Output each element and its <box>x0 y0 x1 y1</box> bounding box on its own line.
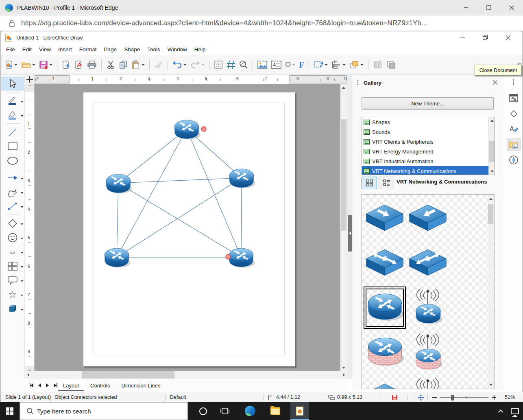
sidebar-tab-shapes[interactable] <box>507 107 521 120</box>
router-shape-bottom-right[interactable] <box>229 248 255 268</box>
gallery-item-multilayer-switch-left[interactable] <box>407 242 449 284</box>
clone-formatting-button[interactable] <box>153 58 164 72</box>
scroll-left-button[interactable] <box>25 371 31 379</box>
gallery-close-button[interactable] <box>491 78 499 86</box>
menu-shape[interactable]: Shape <box>120 45 144 54</box>
insert-line-tool[interactable] <box>1 125 24 139</box>
connector-line[interactable] <box>118 129 187 183</box>
copy-button[interactable] <box>118 58 129 72</box>
export-button[interactable] <box>61 58 72 72</box>
gallery-item-switch-partial[interactable] <box>364 376 406 389</box>
new-theme-button[interactable]: New Theme... <box>362 97 494 110</box>
align-objects-button[interactable] <box>330 58 347 72</box>
tab-layout[interactable]: Layout <box>57 380 85 392</box>
zoom-level[interactable]: 51% <box>505 394 515 400</box>
taskbar-search-input[interactable]: Type here to search <box>20 402 188 420</box>
gallery-item-multilayer-switch-right[interactable] <box>364 242 406 284</box>
new-document-button[interactable] <box>4 58 19 72</box>
display-grid-button[interactable] <box>213 58 224 72</box>
fontwork-button[interactable]: F <box>298 58 305 72</box>
router-shape-left[interactable] <box>106 174 132 194</box>
theme-list[interactable]: Shapes Sounds VRT Clients & Peripherals … <box>362 117 495 175</box>
fill-color-tool[interactable] <box>1 108 24 122</box>
url-text[interactable]: https://stg.practice-labs.com/device-adv… <box>21 19 427 27</box>
previous-page-button[interactable] <box>38 383 41 387</box>
menu-view[interactable]: View <box>35 45 54 54</box>
router-shape-top[interactable] <box>174 120 200 140</box>
panel-splitter[interactable] <box>347 75 353 379</box>
zoom-slider-thumb[interactable] <box>451 395 454 400</box>
connector-line[interactable] <box>187 129 241 257</box>
menu-format[interactable]: Format <box>76 45 100 54</box>
menu-edit[interactable]: Edit <box>19 45 35 54</box>
icon-view-button[interactable] <box>362 177 377 189</box>
task-view-button[interactable] <box>216 402 234 420</box>
edge-maximize-button[interactable] <box>477 0 500 15</box>
menu-file[interactable]: File <box>2 45 19 54</box>
scroll-down-button[interactable] <box>340 364 347 371</box>
cortana-button[interactable] <box>194 402 212 420</box>
zoom-slider-track[interactable] <box>440 397 488 398</box>
tab-controls[interactable]: Controls <box>85 380 115 392</box>
symbol-shapes-tool[interactable] <box>1 230 24 245</box>
theme-scroll-down[interactable] <box>489 168 495 175</box>
distribution-button[interactable] <box>372 58 384 72</box>
save-button[interactable] <box>38 58 54 72</box>
basic-shapes-tool[interactable] <box>1 216 24 230</box>
gallery-scroll-down[interactable] <box>488 381 494 388</box>
connector-line[interactable] <box>118 178 242 183</box>
theme-item-vrt-energy[interactable]: VRT Energy Management <box>362 147 495 156</box>
gallery-item-switch-arrow-right[interactable] <box>364 197 406 239</box>
gallery-item-wireless-firewall-router[interactable] <box>407 331 449 374</box>
block-arrows-tool[interactable]: ⇔ <box>1 245 24 259</box>
tray-expand-icon[interactable] <box>498 409 503 415</box>
ellipse-tool[interactable] <box>1 153 24 168</box>
next-page-button[interactable] <box>46 383 49 387</box>
print-button[interactable] <box>86 58 98 72</box>
theme-list-scrollbar[interactable] <box>488 117 495 175</box>
menu-help[interactable]: Help <box>191 45 209 54</box>
undo-button[interactable] <box>171 58 188 72</box>
theme-item-vrt-networking[interactable]: VRT Networking & Communications <box>362 166 495 175</box>
taskbar-file-explorer-button[interactable] <box>266 402 285 420</box>
taskbar-libreoffice-button[interactable] <box>290 402 309 420</box>
network-display-icon[interactable] <box>511 408 519 414</box>
gallery-items-scrollbar[interactable] <box>488 195 494 388</box>
gallery-item-router[interactable] <box>364 287 406 329</box>
gallery-item-switch-arrow-left[interactable] <box>407 197 449 239</box>
connector-line[interactable] <box>241 178 242 257</box>
theme-item-shapes[interactable]: Shapes <box>362 117 495 127</box>
connector-line[interactable] <box>117 178 242 257</box>
vertical-ruler[interactable]: 123456789 <box>25 84 35 371</box>
gallery-scroll-up[interactable] <box>488 195 494 202</box>
drawing-canvas[interactable] <box>35 84 340 371</box>
zoom-tool-button[interactable] <box>238 58 249 72</box>
open-button[interactable] <box>20 58 37 72</box>
connector-line[interactable] <box>117 129 187 257</box>
menu-insert[interactable]: Insert <box>54 45 76 54</box>
edge-minimize-button[interactable] <box>455 0 477 15</box>
rectangle-tool[interactable] <box>1 139 24 153</box>
arrange-button[interactable] <box>348 58 365 72</box>
export-pdf-button[interactable] <box>73 58 85 72</box>
select-tool[interactable] <box>1 77 24 91</box>
scroll-up-button[interactable] <box>340 84 347 91</box>
lines-and-arrows-tool[interactable] <box>1 171 24 185</box>
connection-handle[interactable] <box>201 127 206 131</box>
theme-item-vrt-industrial[interactable]: VRT Industrial Automation <box>362 156 495 166</box>
connectors-tool[interactable] <box>1 199 24 213</box>
menu-window[interactable]: Window <box>164 45 191 54</box>
taskbar-edge-button[interactable] <box>241 402 259 420</box>
zoom-in-button[interactable] <box>492 395 496 400</box>
page-style[interactable]: Default <box>170 394 186 400</box>
sidebar-tab-gallery[interactable] <box>507 138 521 151</box>
horizontal-ruler[interactable]: 2112345678910 <box>35 75 347 84</box>
horizontal-scrollbar[interactable] <box>25 371 347 379</box>
insert-textbox-button[interactable]: A <box>270 58 283 72</box>
gallery-grip-icon[interactable] <box>357 79 359 86</box>
callout-shapes-tool[interactable] <box>1 273 24 287</box>
connection-handle[interactable] <box>226 254 231 259</box>
lo-restore-button[interactable] <box>474 31 497 44</box>
router-shape-bottom-left[interactable] <box>105 248 130 268</box>
detailed-view-button[interactable] <box>379 177 394 189</box>
